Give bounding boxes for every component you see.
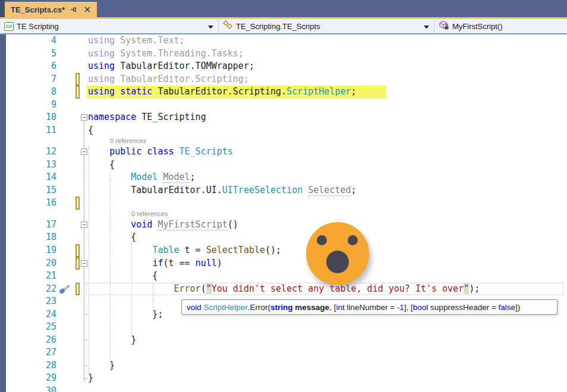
code-line[interactable]: 26 } <box>0 334 567 347</box>
code-line[interactable]: 10−namespace TE_Scripting <box>0 111 567 124</box>
line-number: 24 <box>6 308 58 321</box>
navigation-bar: C# TE Scripting TE_Scripting.TE_Scripts <box>0 19 567 34</box>
change-tracking-margin <box>74 171 81 184</box>
code-line[interactable]: 29} <box>0 372 567 385</box>
code-line[interactable]: 21 { <box>0 270 567 283</box>
outline-margin <box>81 244 88 257</box>
project-dropdown[interactable]: C# TE Scripting <box>0 19 218 33</box>
change-tracking-margin <box>74 86 81 99</box>
line-number: 5 <box>6 48 58 61</box>
change-tracking-margin <box>74 184 81 197</box>
code-line[interactable]: 6using TabularEditor.TOMWrapper; <box>0 60 567 73</box>
type-dropdown[interactable]: TE_Scripting.TE_Scripts <box>218 19 433 33</box>
code-line[interactable]: 20− if(t == null) <box>0 257 567 270</box>
close-icon[interactable] <box>84 6 91 13</box>
unsaved-change-bar <box>75 73 80 86</box>
line-number: 26 <box>6 334 58 347</box>
code-line[interactable]: 30 <box>0 385 567 392</box>
change-tracking-margin <box>74 295 81 308</box>
glyph-margin <box>58 48 74 61</box>
code-line[interactable]: 5using System.Threading.Tasks; <box>0 48 567 61</box>
outline-margin <box>81 124 88 137</box>
document-tab[interactable]: TE_Scripts.cs* <box>5 2 97 17</box>
glyph-margin <box>58 99 74 112</box>
line-number: 9 <box>6 99 58 112</box>
line-number: 27 <box>6 346 58 359</box>
collapse-region-button[interactable]: − <box>81 260 87 267</box>
code-text[interactable]: } <box>88 334 567 347</box>
code-text[interactable]: } <box>88 359 567 372</box>
code-line[interactable]: 27 <box>0 346 567 359</box>
code-text[interactable]: } <box>88 372 567 385</box>
chevron-down-icon <box>424 21 429 31</box>
code-line[interactable]: 13 { <box>0 159 567 172</box>
glyph-margin <box>58 73 74 86</box>
code-text[interactable]: using System.Threading.Tasks; <box>88 48 567 61</box>
code-line[interactable]: 14 Model Model; <box>0 171 567 184</box>
editor-left-margin <box>0 34 6 392</box>
chevron-down-icon <box>208 21 213 31</box>
change-tracking-margin <box>74 231 81 244</box>
code-editor[interactable]: 4using System.Text;5using System.Threadi… <box>0 34 567 392</box>
line-number: 12 <box>6 146 58 159</box>
collapse-region-button[interactable]: − <box>81 222 87 228</box>
outline-margin <box>81 184 88 197</box>
codelens-references[interactable]: 0 references <box>0 210 567 219</box>
code-line[interactable]: 8using static TabularEditor.Scripting.Sc… <box>0 86 567 99</box>
outline-margin <box>81 372 88 385</box>
code-line[interactable]: 19 Table t = SelectTable(); <box>0 244 567 257</box>
collapse-region-button[interactable]: − <box>81 148 87 155</box>
quick-actions-screwdriver-icon[interactable] <box>58 283 74 296</box>
glyph-margin <box>58 372 74 385</box>
codelens-references[interactable]: 0 references <box>0 137 567 146</box>
code-text[interactable] <box>88 346 567 359</box>
glyph-margin <box>58 231 74 244</box>
glyph-margin <box>58 385 74 392</box>
code-text[interactable] <box>88 99 567 112</box>
code-line[interactable]: 7using TabularEditor.Scripting; <box>0 73 567 86</box>
glyph-margin <box>58 295 74 308</box>
code-line[interactable]: 18 { <box>0 231 567 244</box>
code-text[interactable]: using TabularEditor.Scripting; <box>88 73 567 86</box>
emoji-eye <box>348 235 358 245</box>
change-tracking-margin <box>74 99 81 112</box>
code-text[interactable]: { <box>88 159 567 172</box>
code-text[interactable]: { <box>88 124 567 137</box>
outline-margin <box>81 308 88 321</box>
code-line[interactable]: 4using System.Text; <box>0 34 567 48</box>
type-dropdown-label: TE_Scripting.TE_Scripts <box>236 22 320 31</box>
code-text[interactable]: using TabularEditor.TOMWrapper; <box>88 60 567 73</box>
pin-icon[interactable] <box>70 5 78 14</box>
code-line[interactable]: 9 <box>0 99 567 112</box>
code-line[interactable]: 15 TabularEditor.UI.UITreeSelection Sele… <box>0 184 567 197</box>
outline-margin <box>81 385 88 392</box>
code-line[interactable]: 22 Error("You didn't select any table, d… <box>0 283 567 296</box>
collapse-region-button[interactable]: − <box>81 114 87 121</box>
code-line[interactable]: 12− public class TE_Scripts <box>0 146 567 159</box>
line-number: 11 <box>6 124 58 137</box>
code-text[interactable]: namespace TE_Scripting <box>88 111 567 124</box>
code-text[interactable] <box>88 197 567 210</box>
code-line[interactable]: 17− void MyFirstScript() <box>0 219 567 232</box>
code-text[interactable]: Error("You didn't select any table, did … <box>88 283 567 296</box>
code-text[interactable]: Model Model; <box>88 171 567 184</box>
change-tracking-margin <box>74 124 81 137</box>
line-number: 6 <box>6 60 58 73</box>
code-text[interactable] <box>88 321 567 334</box>
code-text[interactable]: TabularEditor.UI.UITreeSelection Selecte… <box>88 184 567 197</box>
line-number: 20 <box>6 257 58 270</box>
line-number: 13 <box>6 159 58 172</box>
code-lines-container: 4using System.Text;5using System.Threadi… <box>0 34 567 392</box>
code-line[interactable]: 11{ <box>0 124 567 137</box>
code-text[interactable]: using static TabularEditor.Scripting.Scr… <box>88 86 567 99</box>
unsaved-change-bar <box>75 257 80 270</box>
member-dropdown[interactable]: MyFirstScript() <box>434 19 567 33</box>
glyph-margin <box>58 111 74 124</box>
code-line[interactable]: 28 } <box>0 359 567 372</box>
code-text[interactable]: using System.Text; <box>88 34 567 48</box>
code-text[interactable]: public class TE_Scripts <box>88 146 567 159</box>
code-line[interactable]: 25 <box>0 321 567 334</box>
code-line[interactable]: 16 <box>0 197 567 210</box>
change-tracking-margin <box>74 159 81 172</box>
code-text[interactable] <box>88 385 567 392</box>
